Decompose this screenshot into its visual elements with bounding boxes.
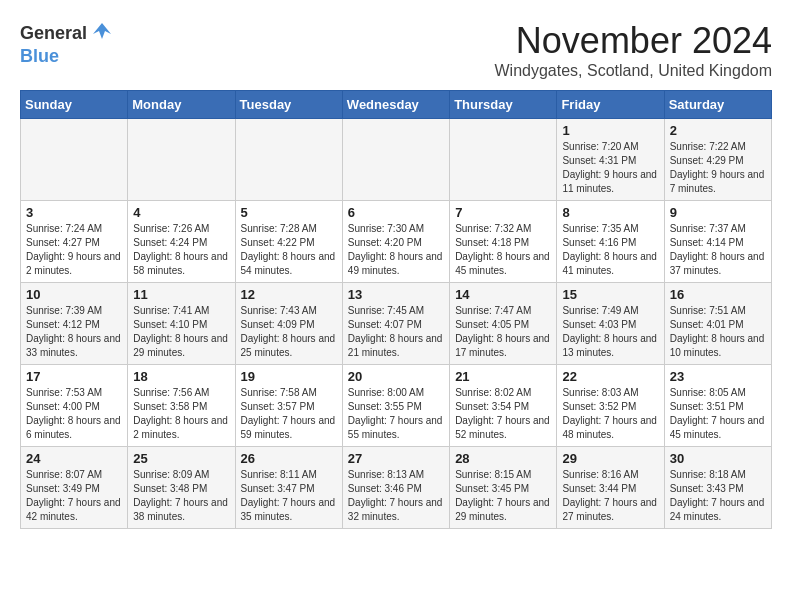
page-header: General Blue November 2024 Windygates, S…: [20, 20, 772, 80]
calendar-cell: 5Sunrise: 7:28 AM Sunset: 4:22 PM Daylig…: [235, 201, 342, 283]
calendar-cell: 14Sunrise: 7:47 AM Sunset: 4:05 PM Dayli…: [450, 283, 557, 365]
logo-general-text: General: [20, 23, 87, 44]
day-number: 10: [26, 287, 122, 302]
day-info: Sunrise: 7:43 AM Sunset: 4:09 PM Dayligh…: [241, 304, 337, 360]
day-number: 25: [133, 451, 229, 466]
calendar-week-row: 1Sunrise: 7:20 AM Sunset: 4:31 PM Daylig…: [21, 119, 772, 201]
day-info: Sunrise: 8:18 AM Sunset: 3:43 PM Dayligh…: [670, 468, 766, 524]
day-number: 22: [562, 369, 658, 384]
calendar-cell: 26Sunrise: 8:11 AM Sunset: 3:47 PM Dayli…: [235, 447, 342, 529]
day-number: 4: [133, 205, 229, 220]
day-info: Sunrise: 7:56 AM Sunset: 3:58 PM Dayligh…: [133, 386, 229, 442]
day-number: 14: [455, 287, 551, 302]
calendar-cell: 13Sunrise: 7:45 AM Sunset: 4:07 PM Dayli…: [342, 283, 449, 365]
calendar-cell: 22Sunrise: 8:03 AM Sunset: 3:52 PM Dayli…: [557, 365, 664, 447]
day-number: 23: [670, 369, 766, 384]
day-number: 3: [26, 205, 122, 220]
calendar-cell: 28Sunrise: 8:15 AM Sunset: 3:45 PM Dayli…: [450, 447, 557, 529]
calendar-cell: 20Sunrise: 8:00 AM Sunset: 3:55 PM Dayli…: [342, 365, 449, 447]
svg-marker-0: [93, 23, 111, 39]
day-number: 24: [26, 451, 122, 466]
day-info: Sunrise: 7:35 AM Sunset: 4:16 PM Dayligh…: [562, 222, 658, 278]
day-info: Sunrise: 8:09 AM Sunset: 3:48 PM Dayligh…: [133, 468, 229, 524]
day-number: 21: [455, 369, 551, 384]
day-info: Sunrise: 7:26 AM Sunset: 4:24 PM Dayligh…: [133, 222, 229, 278]
day-info: Sunrise: 7:39 AM Sunset: 4:12 PM Dayligh…: [26, 304, 122, 360]
day-info: Sunrise: 7:41 AM Sunset: 4:10 PM Dayligh…: [133, 304, 229, 360]
calendar-week-row: 17Sunrise: 7:53 AM Sunset: 4:00 PM Dayli…: [21, 365, 772, 447]
day-number: 29: [562, 451, 658, 466]
calendar-cell: 18Sunrise: 7:56 AM Sunset: 3:58 PM Dayli…: [128, 365, 235, 447]
calendar-cell: 1Sunrise: 7:20 AM Sunset: 4:31 PM Daylig…: [557, 119, 664, 201]
logo-bird-icon: [91, 20, 113, 46]
calendar-cell: [21, 119, 128, 201]
calendar-cell: 10Sunrise: 7:39 AM Sunset: 4:12 PM Dayli…: [21, 283, 128, 365]
day-info: Sunrise: 7:24 AM Sunset: 4:27 PM Dayligh…: [26, 222, 122, 278]
calendar-cell: 16Sunrise: 7:51 AM Sunset: 4:01 PM Dayli…: [664, 283, 771, 365]
month-title: November 2024: [495, 20, 772, 62]
logo-blue-text: Blue: [20, 46, 59, 67]
calendar-cell: 21Sunrise: 8:02 AM Sunset: 3:54 PM Dayli…: [450, 365, 557, 447]
calendar-cell: 15Sunrise: 7:49 AM Sunset: 4:03 PM Dayli…: [557, 283, 664, 365]
day-info: Sunrise: 7:58 AM Sunset: 3:57 PM Dayligh…: [241, 386, 337, 442]
calendar-header-thursday: Thursday: [450, 91, 557, 119]
day-info: Sunrise: 8:07 AM Sunset: 3:49 PM Dayligh…: [26, 468, 122, 524]
day-number: 27: [348, 451, 444, 466]
day-number: 18: [133, 369, 229, 384]
day-info: Sunrise: 8:15 AM Sunset: 3:45 PM Dayligh…: [455, 468, 551, 524]
calendar-week-row: 24Sunrise: 8:07 AM Sunset: 3:49 PM Dayli…: [21, 447, 772, 529]
calendar-header-tuesday: Tuesday: [235, 91, 342, 119]
calendar-header-saturday: Saturday: [664, 91, 771, 119]
calendar-week-row: 3Sunrise: 7:24 AM Sunset: 4:27 PM Daylig…: [21, 201, 772, 283]
calendar-cell: 12Sunrise: 7:43 AM Sunset: 4:09 PM Dayli…: [235, 283, 342, 365]
calendar-cell: 27Sunrise: 8:13 AM Sunset: 3:46 PM Dayli…: [342, 447, 449, 529]
day-number: 30: [670, 451, 766, 466]
day-number: 2: [670, 123, 766, 138]
calendar-cell: 3Sunrise: 7:24 AM Sunset: 4:27 PM Daylig…: [21, 201, 128, 283]
calendar-header-sunday: Sunday: [21, 91, 128, 119]
day-info: Sunrise: 7:47 AM Sunset: 4:05 PM Dayligh…: [455, 304, 551, 360]
calendar-cell: 24Sunrise: 8:07 AM Sunset: 3:49 PM Dayli…: [21, 447, 128, 529]
day-info: Sunrise: 7:30 AM Sunset: 4:20 PM Dayligh…: [348, 222, 444, 278]
logo: General Blue: [20, 20, 113, 67]
day-info: Sunrise: 7:28 AM Sunset: 4:22 PM Dayligh…: [241, 222, 337, 278]
day-number: 26: [241, 451, 337, 466]
day-number: 1: [562, 123, 658, 138]
calendar-cell: 9Sunrise: 7:37 AM Sunset: 4:14 PM Daylig…: [664, 201, 771, 283]
day-number: 13: [348, 287, 444, 302]
calendar-cell: 7Sunrise: 7:32 AM Sunset: 4:18 PM Daylig…: [450, 201, 557, 283]
calendar-week-row: 10Sunrise: 7:39 AM Sunset: 4:12 PM Dayli…: [21, 283, 772, 365]
day-info: Sunrise: 8:02 AM Sunset: 3:54 PM Dayligh…: [455, 386, 551, 442]
day-number: 6: [348, 205, 444, 220]
day-number: 28: [455, 451, 551, 466]
day-info: Sunrise: 7:45 AM Sunset: 4:07 PM Dayligh…: [348, 304, 444, 360]
day-info: Sunrise: 7:49 AM Sunset: 4:03 PM Dayligh…: [562, 304, 658, 360]
calendar-cell: 30Sunrise: 8:18 AM Sunset: 3:43 PM Dayli…: [664, 447, 771, 529]
title-block: November 2024 Windygates, Scotland, Unit…: [495, 20, 772, 80]
calendar-table: SundayMondayTuesdayWednesdayThursdayFrid…: [20, 90, 772, 529]
calendar-cell: 8Sunrise: 7:35 AM Sunset: 4:16 PM Daylig…: [557, 201, 664, 283]
location-text: Windygates, Scotland, United Kingdom: [495, 62, 772, 80]
calendar-cell: 23Sunrise: 8:05 AM Sunset: 3:51 PM Dayli…: [664, 365, 771, 447]
day-number: 16: [670, 287, 766, 302]
day-info: Sunrise: 8:13 AM Sunset: 3:46 PM Dayligh…: [348, 468, 444, 524]
calendar-cell: 19Sunrise: 7:58 AM Sunset: 3:57 PM Dayli…: [235, 365, 342, 447]
day-info: Sunrise: 7:37 AM Sunset: 4:14 PM Dayligh…: [670, 222, 766, 278]
calendar-header-monday: Monday: [128, 91, 235, 119]
day-info: Sunrise: 8:00 AM Sunset: 3:55 PM Dayligh…: [348, 386, 444, 442]
day-number: 5: [241, 205, 337, 220]
calendar-cell: 25Sunrise: 8:09 AM Sunset: 3:48 PM Dayli…: [128, 447, 235, 529]
calendar-cell: 29Sunrise: 8:16 AM Sunset: 3:44 PM Dayli…: [557, 447, 664, 529]
day-number: 8: [562, 205, 658, 220]
calendar-cell: 6Sunrise: 7:30 AM Sunset: 4:20 PM Daylig…: [342, 201, 449, 283]
day-number: 19: [241, 369, 337, 384]
day-number: 9: [670, 205, 766, 220]
day-info: Sunrise: 7:20 AM Sunset: 4:31 PM Dayligh…: [562, 140, 658, 196]
day-info: Sunrise: 8:05 AM Sunset: 3:51 PM Dayligh…: [670, 386, 766, 442]
day-info: Sunrise: 8:03 AM Sunset: 3:52 PM Dayligh…: [562, 386, 658, 442]
calendar-cell: [235, 119, 342, 201]
day-number: 12: [241, 287, 337, 302]
calendar-cell: [342, 119, 449, 201]
calendar-header-friday: Friday: [557, 91, 664, 119]
day-info: Sunrise: 7:51 AM Sunset: 4:01 PM Dayligh…: [670, 304, 766, 360]
